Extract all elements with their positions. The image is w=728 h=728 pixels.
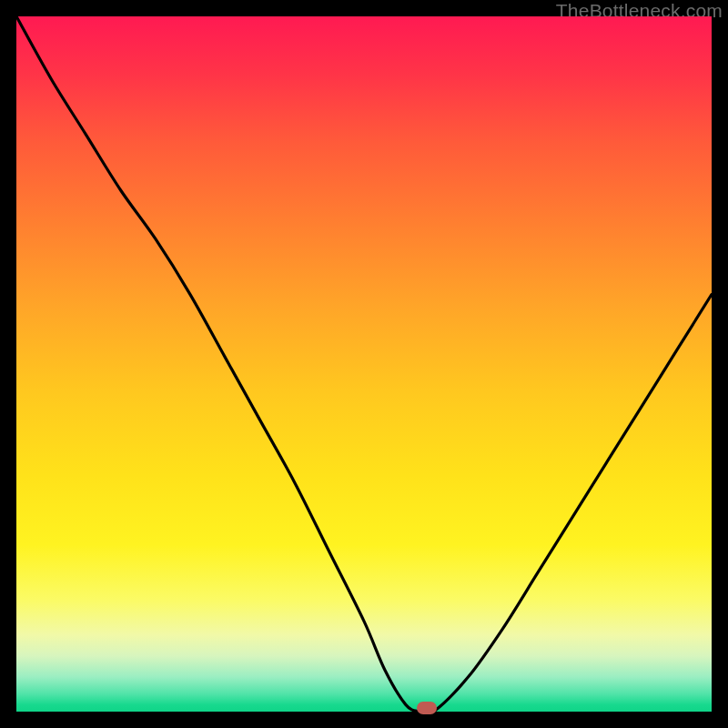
optimal-point-marker [417, 702, 437, 714]
chart-frame: TheBottleneck.com [0, 0, 728, 728]
bottleneck-curve [16, 16, 712, 712]
plot-area [16, 16, 712, 712]
